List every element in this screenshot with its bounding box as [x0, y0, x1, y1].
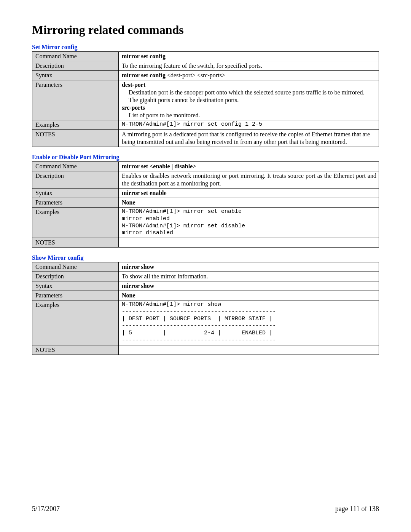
cell-label: Parameters: [32, 291, 119, 300]
table-row: Syntax mirror set enable: [32, 189, 379, 198]
table-row: Description To show all the mirror infor…: [32, 272, 379, 281]
syntax-bold: mirror set config: [122, 72, 166, 78]
table-row: Description To the mirroring feature of …: [32, 61, 379, 71]
cell-label: Description: [32, 61, 119, 71]
section-heading-set-mirror: Set Mirror config: [32, 44, 379, 51]
params-value: None: [122, 292, 135, 299]
cell-value: mirror set config: [119, 52, 379, 61]
cell-value: mirror set <enable | disable>: [119, 162, 379, 171]
table-row: Description Enables or disables network …: [32, 171, 379, 189]
table-enable-disable: Command Name mirror set <enable | disabl…: [32, 161, 379, 248]
table-row: Examples N-TRON/Admin#[1]> mirror show -…: [32, 300, 379, 345]
table-row: Command Name mirror set config: [32, 52, 379, 61]
cell-label: Description: [32, 272, 119, 281]
cell-label: Examples: [32, 208, 119, 238]
param-name: src-ports: [122, 104, 145, 111]
cell-label: Command Name: [32, 162, 119, 171]
cell-value: N-TRON/Admin#[1]> mirror set config 1 2-…: [119, 120, 379, 130]
cell-label: NOTES: [32, 238, 119, 248]
table-row: Examples N-TRON/Admin#[1]> mirror set en…: [32, 208, 379, 238]
param-desc: The gigabit ports cannot be destination …: [122, 96, 376, 104]
param-name: dest-port: [122, 81, 145, 88]
table-row: Command Name mirror set <enable | disabl…: [32, 162, 379, 171]
document-page: Mirroring related commands Set Mirror co…: [0, 0, 411, 532]
footer-page: page 111 of 138: [335, 505, 379, 513]
cell-value: mirror set enable: [119, 189, 379, 198]
cell-label: Parameters: [32, 80, 119, 120]
cell-label: Syntax: [32, 71, 119, 80]
param-desc: List of ports to be monitored.: [122, 112, 376, 119]
cell-value: dest-port Destination port is the snoope…: [119, 80, 379, 120]
cell-value: None: [119, 198, 379, 208]
cell-label: NOTES: [32, 345, 119, 355]
cell-label: Description: [32, 171, 119, 189]
cell-value: N-TRON/Admin#[1]> mirror show ----------…: [119, 300, 379, 345]
command-name: mirror set config: [122, 53, 166, 59]
cell-value: None: [119, 291, 379, 300]
page-footer: 5/17/2007 page 111 of 138: [32, 505, 379, 513]
table-row: Syntax mirror show: [32, 281, 379, 291]
footer-date: 5/17/2007: [32, 505, 60, 513]
params-value: None: [122, 199, 135, 206]
table-row: Syntax mirror set config <dest-port> <sr…: [32, 71, 379, 80]
table-row: NOTES: [32, 238, 379, 248]
table-row: Parameters dest-port Destination port is…: [32, 80, 379, 120]
table-row: Command Name mirror show: [32, 262, 379, 272]
page-title: Mirroring related commands: [32, 23, 379, 37]
table-show-mirror: Command Name mirror show Description To …: [32, 262, 379, 355]
cell-label: NOTES: [32, 130, 119, 147]
cell-value: To show all the mirror information.: [119, 272, 379, 281]
cell-value: mirror show: [119, 262, 379, 272]
cell-value: [119, 238, 379, 248]
section-heading-show-mirror: Show Mirror config: [32, 254, 379, 261]
syntax-value: mirror show: [122, 283, 154, 289]
table-row: NOTES: [32, 345, 379, 355]
syntax-rest: <dest-port> <src-ports>: [166, 72, 225, 78]
cell-value: mirror show: [119, 281, 379, 291]
table-set-mirror: Command Name mirror set config Descripti…: [32, 51, 379, 147]
cell-value: Enables or disables network monitoring o…: [119, 171, 379, 189]
cell-label: Syntax: [32, 281, 119, 291]
cell-value: [119, 345, 379, 355]
command-name: mirror show: [122, 264, 154, 270]
table-row: Examples N-TRON/Admin#[1]> mirror set co…: [32, 120, 379, 130]
section-heading-enable-disable: Enable or Disable Port Mirroring: [32, 154, 379, 161]
cell-label: Syntax: [32, 189, 119, 198]
cell-value: To the mirroring feature of the switch, …: [119, 61, 379, 71]
command-name: mirror set <enable | disable>: [122, 163, 196, 169]
table-row: Parameters None: [32, 291, 379, 300]
cell-value: A mirroring port is a dedicated port tha…: [119, 130, 379, 147]
table-row: NOTES A mirroring port is a dedicated po…: [32, 130, 379, 147]
cell-value: N-TRON/Admin#[1]> mirror set enable mirr…: [119, 208, 379, 238]
cell-label: Command Name: [32, 52, 119, 61]
cell-label: Command Name: [32, 262, 119, 272]
cell-label: Examples: [32, 300, 119, 345]
cell-label: Examples: [32, 120, 119, 130]
table-row: Parameters None: [32, 198, 379, 208]
syntax-value: mirror set enable: [122, 190, 167, 196]
cell-label: Parameters: [32, 198, 119, 208]
cell-value: mirror set config <dest-port> <src-ports…: [119, 71, 379, 80]
param-desc: Destination port is the snooper port ont…: [122, 89, 376, 96]
